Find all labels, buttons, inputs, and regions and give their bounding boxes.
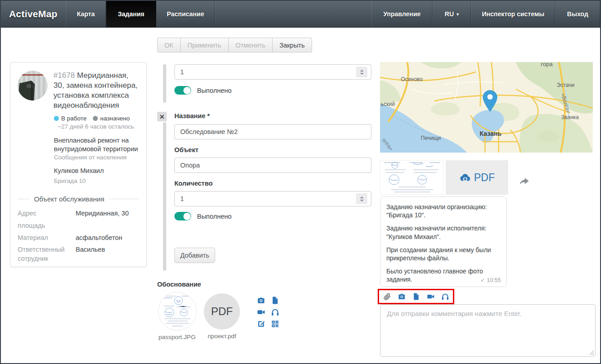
- quantity-input[interactable]: [174, 191, 371, 206]
- attached-pdf-preview[interactable]: PDF: [446, 160, 508, 195]
- status-in-progress: В работе: [54, 115, 87, 122]
- done-toggle-top[interactable]: [174, 86, 191, 95]
- chevron-down-icon: ▾: [457, 12, 459, 17]
- cloud-download-icon: [459, 172, 471, 183]
- object-field-label: Объект: [174, 146, 198, 153]
- name-input[interactable]: [174, 124, 371, 139]
- divider: [18, 199, 29, 199]
- number-stepper[interactable]: [356, 67, 367, 77]
- camera-icon[interactable]: [398, 292, 406, 301]
- qr-code-icon[interactable]: [271, 320, 279, 328]
- task-photo-thumbnail[interactable]: [18, 71, 48, 101]
- status-dot-gray: [93, 116, 98, 121]
- nav-tab-map[interactable]: Карта: [66, 1, 106, 27]
- comment-input[interactable]: [380, 304, 596, 357]
- task-summary-card: #1678 Меридианная, 30, замена контейнера…: [10, 62, 147, 267]
- app-window: ActiveMap Карта Задания Расписание Управ…: [0, 0, 601, 364]
- status-assigned: назначено: [93, 115, 130, 122]
- svg-text:ьский: ьский: [381, 101, 395, 107]
- file-icon[interactable]: [271, 296, 279, 305]
- done-toggle-bottom[interactable]: [174, 212, 191, 220]
- system-message-bubble: Заданию назначили организацию: "Бригада …: [380, 196, 507, 287]
- chat-message: Заданию назначили организацию: "Бригада …: [386, 203, 500, 219]
- group-indicator-bar: [163, 122, 166, 271]
- nav-item-language[interactable]: RU ▾: [433, 1, 471, 27]
- headphones-icon[interactable]: [441, 292, 449, 301]
- top-navbar: ActiveMap Карта Задания Расписание Управ…: [1, 1, 600, 28]
- nav-item-management[interactable]: Управление: [371, 1, 433, 27]
- svg-text:Осиново: Осиново: [401, 76, 423, 82]
- cancel-button[interactable]: Отменить: [229, 38, 273, 53]
- apply-button[interactable]: Применить: [181, 38, 229, 53]
- quantity-input-top[interactable]: [174, 64, 371, 80]
- message-meta: ✓ 10:55: [481, 277, 501, 283]
- work-type: Внеплановый ремонт на внутридомовой терр…: [54, 136, 142, 153]
- task-organization: Бригада 10: [54, 177, 139, 184]
- attachment-pdf[interactable]: PDF проект.pdf: [203, 293, 241, 340]
- field-row-address: Адрес Меридианная, 30: [18, 209, 139, 218]
- name-input-wrap: [174, 124, 371, 139]
- done-toggle-label: Выполнено: [197, 87, 231, 94]
- action-toolbar: ОК Применить Отменить Закрыть: [157, 38, 312, 53]
- headphones-icon[interactable]: [271, 308, 279, 316]
- ok-button[interactable]: ОК: [157, 38, 181, 53]
- field-row-area: площадь: [18, 221, 139, 230]
- number-stepper[interactable]: [356, 193, 367, 204]
- svg-text:Эстачи: Эстачи: [557, 82, 574, 88]
- close-button[interactable]: Закрыть: [273, 38, 312, 53]
- quantity-input-top-wrap: [174, 64, 371, 80]
- camera-icon[interactable]: [257, 296, 265, 305]
- task-source: Сообщения от населения: [54, 154, 139, 161]
- passport-image-thumb: [158, 292, 197, 330]
- svg-text:Казань: Казань: [480, 130, 502, 137]
- svg-text:Печищи: Печищи: [421, 135, 441, 141]
- edit-icon[interactable]: [257, 320, 265, 328]
- task-assignee: Куликов Михаил: [54, 167, 139, 174]
- attached-image-preview[interactable]: [380, 160, 443, 195]
- justification-attach-tools: [257, 296, 281, 329]
- app-logo[interactable]: ActiveMap: [1, 1, 66, 27]
- add-item-button[interactable]: Добавить: [174, 248, 215, 263]
- remove-item-button[interactable]: ✕: [157, 112, 167, 121]
- task-id: #1678: [53, 71, 75, 80]
- quantity-input-wrap: [174, 191, 371, 206]
- svg-text:гора: гора: [541, 62, 553, 67]
- video-icon[interactable]: [257, 308, 265, 316]
- divider: [109, 199, 139, 199]
- object-input[interactable]: [174, 158, 371, 173]
- done-toggle-row-top: Выполнено: [174, 86, 231, 95]
- nav-item-system-inspector[interactable]: Инспектор системы: [471, 1, 555, 27]
- chat-message: При создании задания к нему были прикреп…: [386, 246, 500, 262]
- file-icon[interactable]: [412, 292, 420, 301]
- task-detail-right: гора Осиново Эстачи «Волга» Званка ьский…: [380, 62, 596, 359]
- task-status-row: В работе назначено: [54, 115, 139, 122]
- map[interactable]: гора Осиново Эстачи «Волга» Званка ьский…: [380, 62, 593, 153]
- step-down-icon: [360, 200, 364, 201]
- step-up-icon: [360, 196, 364, 198]
- attachment-name: проект.pdf: [203, 333, 241, 340]
- attachment-name: passport.JPG: [157, 334, 197, 340]
- video-icon[interactable]: [427, 292, 435, 301]
- nav-item-logout[interactable]: Выход: [555, 1, 600, 27]
- object-fields: Адрес Меридианная, 30 площадь Материал а…: [18, 209, 139, 263]
- pdf-label: PDF: [474, 172, 495, 184]
- nav-tab-tasks[interactable]: Задания: [106, 1, 156, 27]
- step-up-icon: [360, 70, 364, 72]
- attachment-passport[interactable]: passport.JPG: [157, 292, 197, 340]
- forward-share-icon[interactable]: [519, 176, 530, 187]
- field-row-responsible: Ответственный сотрудник Васильев: [18, 245, 139, 263]
- language-label: RU: [445, 10, 454, 18]
- paperclip-icon[interactable]: [383, 292, 391, 301]
- chat-message: Заданию назначили исполнителя: "Куликов …: [386, 224, 500, 240]
- section-title: Объект обслуживания: [34, 195, 104, 203]
- group-indicator-bar: [163, 64, 166, 103]
- quantity-field-label: Количество: [174, 180, 213, 187]
- pdf-circle-badge: PDF: [204, 293, 240, 330]
- status-dot-blue: [54, 116, 59, 121]
- step-down-icon: [360, 73, 364, 75]
- nav-tab-schedule[interactable]: Расписание: [156, 1, 215, 27]
- annotation-highlight-attachment-toolbar: [378, 289, 454, 304]
- message-time: 10:55: [487, 277, 501, 283]
- field-row-material: Материал асфальтобетон: [18, 234, 139, 243]
- service-object-section: Объект обслуживания: [18, 195, 139, 203]
